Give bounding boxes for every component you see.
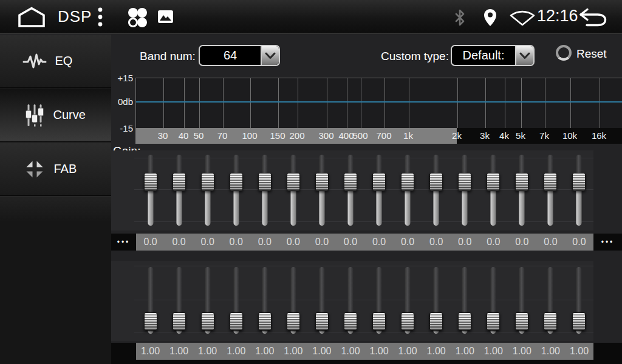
q-slider[interactable] xyxy=(422,261,451,341)
slider-track xyxy=(491,267,496,314)
q-slider[interactable] xyxy=(250,261,279,341)
q-slider[interactable] xyxy=(165,261,193,341)
fab-arrows-icon xyxy=(24,158,46,180)
q-slider[interactable] xyxy=(536,261,565,341)
gain-slider[interactable] xyxy=(336,150,364,231)
q-slider[interactable] xyxy=(508,261,536,341)
slider-thumb[interactable] xyxy=(144,312,157,331)
q-slider[interactable] xyxy=(565,261,593,341)
slider-thumb[interactable] xyxy=(458,173,471,191)
reset-radio-button[interactable] xyxy=(556,45,572,61)
gain-slider[interactable] xyxy=(279,150,307,231)
slider-thumb[interactable] xyxy=(572,312,586,331)
slider-thumb[interactable] xyxy=(258,173,272,191)
y-axis-label-plus15: +15 xyxy=(110,73,133,83)
slider-track xyxy=(377,267,382,314)
custom-type-dropdown[interactable]: Default: xyxy=(451,45,535,66)
q-slider[interactable] xyxy=(307,261,336,341)
slider-thumb[interactable] xyxy=(201,173,214,191)
slider-track xyxy=(405,267,411,314)
custom-type-label: Custom type: xyxy=(381,50,449,63)
q-slider[interactable] xyxy=(365,261,394,341)
gain-more-right-button[interactable]: ••• xyxy=(593,234,622,251)
slider-thumb[interactable] xyxy=(401,312,414,331)
gain-slider[interactable] xyxy=(136,150,165,231)
sidebar-item-eq[interactable]: EQ xyxy=(0,35,111,88)
slider-thumb[interactable] xyxy=(401,173,414,191)
q-slider[interactable] xyxy=(394,261,422,341)
slider-track xyxy=(576,155,582,175)
slider-thumb[interactable] xyxy=(487,312,500,331)
gain-slider[interactable] xyxy=(250,150,279,231)
q-slider[interactable] xyxy=(479,261,508,341)
app-title: DSP xyxy=(58,7,92,26)
gain-slider[interactable] xyxy=(307,150,336,231)
slider-thumb[interactable] xyxy=(515,173,528,191)
gain-slider[interactable] xyxy=(451,150,479,231)
gain-more-left-button[interactable]: ••• xyxy=(111,234,136,251)
slider-thumb[interactable] xyxy=(230,312,243,331)
chevron-down-icon[interactable] xyxy=(261,46,279,65)
gain-slider[interactable] xyxy=(422,150,451,231)
eq-curve-plot[interactable] xyxy=(135,78,622,128)
slider-thumb[interactable] xyxy=(344,173,357,191)
gain-slider[interactable] xyxy=(193,150,222,231)
slider-thumb[interactable] xyxy=(201,312,214,331)
slider-thumb[interactable] xyxy=(429,312,443,331)
slider-thumb[interactable] xyxy=(173,312,186,331)
gain-slider[interactable] xyxy=(222,150,250,231)
band-num-dropdown[interactable]: 64 xyxy=(199,45,280,66)
q-slider[interactable] xyxy=(193,261,222,341)
slider-track xyxy=(434,191,439,226)
slider-thumb[interactable] xyxy=(544,312,557,331)
home-icon[interactable] xyxy=(17,7,46,27)
slider-track xyxy=(576,267,582,314)
slider-track xyxy=(262,267,267,314)
gain-slider[interactable] xyxy=(536,150,565,231)
slider-thumb[interactable] xyxy=(230,173,243,191)
gain-slider[interactable] xyxy=(565,150,593,231)
slider-thumb[interactable] xyxy=(372,312,386,331)
slider-thumb[interactable] xyxy=(173,173,186,191)
gain-slider[interactable] xyxy=(165,150,193,231)
slider-thumb[interactable] xyxy=(144,173,157,191)
slider-track xyxy=(491,331,496,334)
freq-tick-label: 100 xyxy=(242,128,257,144)
q-slider[interactable] xyxy=(279,261,307,341)
gain-slider[interactable] xyxy=(479,150,508,231)
back-icon[interactable] xyxy=(577,8,609,27)
slider-thumb[interactable] xyxy=(344,312,357,331)
freq-gridline xyxy=(163,78,164,128)
slider-thumb[interactable] xyxy=(315,312,329,331)
gain-value: 0.0 xyxy=(307,234,336,251)
q-slider[interactable] xyxy=(136,261,165,341)
reset-label: Reset xyxy=(576,47,607,61)
gallery-icon[interactable] xyxy=(157,10,174,24)
slider-thumb[interactable] xyxy=(572,173,586,191)
slider-thumb[interactable] xyxy=(287,173,300,191)
sidebar-item-label: FAB xyxy=(54,162,88,176)
slider-thumb[interactable] xyxy=(258,312,272,331)
q-values-row: 1.001.001.001.001.001.001.001.001.001.00… xyxy=(111,343,622,360)
slider-thumb[interactable] xyxy=(287,312,300,331)
slider-track xyxy=(548,267,553,314)
kebab-menu-icon[interactable] xyxy=(97,6,104,28)
slider-thumb[interactable] xyxy=(315,173,329,191)
slider-thumb[interactable] xyxy=(544,173,557,191)
gain-value: 0.0 xyxy=(565,234,593,251)
q-slider[interactable] xyxy=(451,261,479,341)
slider-thumb[interactable] xyxy=(487,173,500,191)
q-slider[interactable] xyxy=(222,261,250,341)
slider-thumb[interactable] xyxy=(515,312,528,331)
q-slider[interactable] xyxy=(336,261,364,341)
gain-slider[interactable] xyxy=(394,150,422,231)
apps-icon[interactable] xyxy=(126,7,148,29)
sidebar-item-curve[interactable]: Curve xyxy=(0,89,111,142)
gain-slider[interactable] xyxy=(508,150,536,231)
slider-thumb[interactable] xyxy=(458,312,471,331)
sidebar-item-fab[interactable]: FAB xyxy=(0,143,111,196)
slider-thumb[interactable] xyxy=(372,173,386,191)
chevron-down-icon[interactable] xyxy=(515,46,533,65)
gain-slider[interactable] xyxy=(365,150,394,231)
slider-thumb[interactable] xyxy=(429,173,443,191)
